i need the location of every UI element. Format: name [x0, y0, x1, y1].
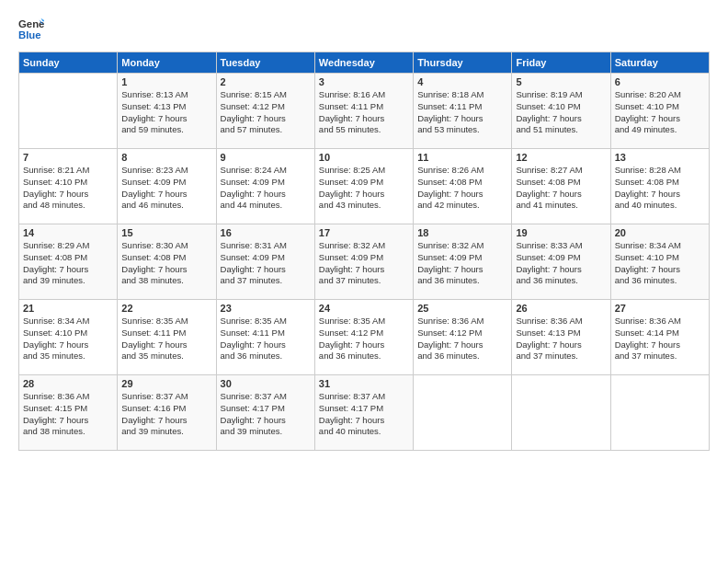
day-number: 14	[23, 227, 113, 238]
day-number: 24	[319, 303, 409, 314]
calendar-cell: 4Sunrise: 8:18 AM Sunset: 4:11 PM Daylig…	[414, 74, 512, 149]
calendar-cell: 6Sunrise: 8:20 AM Sunset: 4:10 PM Daylig…	[610, 74, 709, 149]
day-number: 27	[615, 303, 705, 314]
calendar-cell: 30Sunrise: 8:37 AM Sunset: 4:17 PM Dayli…	[216, 375, 314, 451]
day-number: 7	[23, 152, 113, 163]
day-number: 10	[319, 152, 409, 163]
calendar-cell: 21Sunrise: 8:34 AM Sunset: 4:10 PM Dayli…	[19, 300, 118, 375]
day-number: 2	[221, 76, 311, 87]
calendar-week-row: 28Sunrise: 8:36 AM Sunset: 4:15 PM Dayli…	[19, 375, 710, 451]
day-info: Sunrise: 8:13 AM Sunset: 4:13 PM Dayligh…	[121, 89, 211, 136]
day-info: Sunrise: 8:37 AM Sunset: 4:17 PM Dayligh…	[319, 391, 409, 438]
header: General Blue	[18, 17, 710, 42]
calendar-cell: 24Sunrise: 8:35 AM Sunset: 4:12 PM Dayli…	[314, 300, 413, 375]
calendar-cell: 31Sunrise: 8:37 AM Sunset: 4:17 PM Dayli…	[314, 375, 413, 451]
day-number: 1	[121, 76, 211, 87]
weekday-header: Tuesday	[216, 52, 314, 74]
day-number: 23	[221, 303, 311, 314]
day-info: Sunrise: 8:16 AM Sunset: 4:11 PM Dayligh…	[319, 89, 409, 136]
calendar-cell	[512, 375, 610, 451]
calendar-cell: 5Sunrise: 8:19 AM Sunset: 4:10 PM Daylig…	[512, 74, 610, 149]
calendar-cell: 19Sunrise: 8:33 AM Sunset: 4:09 PM Dayli…	[512, 224, 610, 300]
calendar-cell: 11Sunrise: 8:26 AM Sunset: 4:08 PM Dayli…	[414, 149, 512, 224]
svg-text:General: General	[18, 18, 44, 29]
day-info: Sunrise: 8:35 AM Sunset: 4:11 PM Dayligh…	[121, 316, 211, 362]
day-number: 28	[23, 378, 113, 389]
calendar: SundayMondayTuesdayWednesdayThursdayFrid…	[18, 52, 710, 451]
day-number: 6	[615, 76, 705, 87]
day-number: 16	[221, 227, 311, 238]
calendar-cell: 15Sunrise: 8:30 AM Sunset: 4:08 PM Dayli…	[118, 224, 216, 300]
day-info: Sunrise: 8:19 AM Sunset: 4:10 PM Dayligh…	[516, 89, 606, 136]
calendar-week-row: 21Sunrise: 8:34 AM Sunset: 4:10 PM Dayli…	[19, 300, 710, 375]
day-number: 15	[121, 227, 211, 238]
day-number: 25	[417, 303, 507, 314]
day-info: Sunrise: 8:34 AM Sunset: 4:10 PM Dayligh…	[615, 240, 705, 287]
day-info: Sunrise: 8:33 AM Sunset: 4:09 PM Dayligh…	[516, 240, 606, 287]
calendar-cell: 26Sunrise: 8:36 AM Sunset: 4:13 PM Dayli…	[512, 300, 610, 375]
calendar-cell: 13Sunrise: 8:28 AM Sunset: 4:08 PM Dayli…	[610, 149, 709, 224]
day-number: 31	[319, 378, 409, 389]
logo: General Blue	[18, 17, 48, 42]
day-info: Sunrise: 8:15 AM Sunset: 4:12 PM Dayligh…	[221, 89, 311, 136]
day-info: Sunrise: 8:23 AM Sunset: 4:09 PM Dayligh…	[121, 165, 211, 212]
weekday-header: Saturday	[610, 52, 709, 74]
day-info: Sunrise: 8:20 AM Sunset: 4:10 PM Dayligh…	[615, 89, 705, 136]
calendar-cell: 12Sunrise: 8:27 AM Sunset: 4:08 PM Dayli…	[512, 149, 610, 224]
calendar-cell: 10Sunrise: 8:25 AM Sunset: 4:09 PM Dayli…	[314, 149, 413, 224]
day-number: 26	[516, 303, 606, 314]
day-number: 12	[516, 152, 606, 163]
weekday-header: Thursday	[414, 52, 512, 74]
day-number: 18	[417, 227, 507, 238]
day-info: Sunrise: 8:30 AM Sunset: 4:08 PM Dayligh…	[121, 240, 211, 287]
weekday-header: Sunday	[19, 52, 118, 74]
calendar-cell: 7Sunrise: 8:21 AM Sunset: 4:10 PM Daylig…	[19, 149, 118, 224]
day-info: Sunrise: 8:35 AM Sunset: 4:12 PM Dayligh…	[319, 316, 409, 362]
day-number: 8	[121, 152, 211, 163]
day-info: Sunrise: 8:36 AM Sunset: 4:14 PM Dayligh…	[615, 316, 705, 362]
logo-icon: General Blue	[18, 17, 44, 42]
day-number: 11	[417, 152, 507, 163]
day-info: Sunrise: 8:36 AM Sunset: 4:13 PM Dayligh…	[516, 316, 606, 362]
calendar-cell: 22Sunrise: 8:35 AM Sunset: 4:11 PM Dayli…	[118, 300, 216, 375]
calendar-cell: 29Sunrise: 8:37 AM Sunset: 4:16 PM Dayli…	[118, 375, 216, 451]
day-number: 21	[23, 303, 113, 314]
day-info: Sunrise: 8:32 AM Sunset: 4:09 PM Dayligh…	[417, 240, 507, 287]
day-info: Sunrise: 8:35 AM Sunset: 4:11 PM Dayligh…	[221, 316, 311, 362]
day-number: 9	[221, 152, 311, 163]
day-info: Sunrise: 8:31 AM Sunset: 4:09 PM Dayligh…	[221, 240, 311, 287]
calendar-cell: 16Sunrise: 8:31 AM Sunset: 4:09 PM Dayli…	[216, 224, 314, 300]
weekday-header: Friday	[512, 52, 610, 74]
day-number: 17	[319, 227, 409, 238]
day-info: Sunrise: 8:36 AM Sunset: 4:15 PM Dayligh…	[23, 391, 113, 438]
svg-text:Blue: Blue	[18, 29, 41, 40]
calendar-header-row: SundayMondayTuesdayWednesdayThursdayFrid…	[19, 52, 710, 74]
day-info: Sunrise: 8:29 AM Sunset: 4:08 PM Dayligh…	[23, 240, 113, 287]
day-number: 29	[121, 378, 211, 389]
calendar-cell	[19, 74, 118, 149]
day-number: 5	[516, 76, 606, 87]
calendar-cell: 1Sunrise: 8:13 AM Sunset: 4:13 PM Daylig…	[118, 74, 216, 149]
day-info: Sunrise: 8:26 AM Sunset: 4:08 PM Dayligh…	[417, 165, 507, 212]
calendar-week-row: 14Sunrise: 8:29 AM Sunset: 4:08 PM Dayli…	[19, 224, 710, 300]
weekday-header: Monday	[118, 52, 216, 74]
weekday-header: Wednesday	[314, 52, 413, 74]
calendar-cell: 28Sunrise: 8:36 AM Sunset: 4:15 PM Dayli…	[19, 375, 118, 451]
page: General Blue SundayMondayTuesdayWednesda…	[0, 0, 728, 563]
calendar-cell	[414, 375, 512, 451]
day-info: Sunrise: 8:21 AM Sunset: 4:10 PM Dayligh…	[23, 165, 113, 212]
calendar-cell: 14Sunrise: 8:29 AM Sunset: 4:08 PM Dayli…	[19, 224, 118, 300]
day-info: Sunrise: 8:25 AM Sunset: 4:09 PM Dayligh…	[319, 165, 409, 212]
day-number: 30	[221, 378, 311, 389]
day-info: Sunrise: 8:27 AM Sunset: 4:08 PM Dayligh…	[516, 165, 606, 212]
calendar-cell: 20Sunrise: 8:34 AM Sunset: 4:10 PM Dayli…	[610, 224, 709, 300]
calendar-cell: 23Sunrise: 8:35 AM Sunset: 4:11 PM Dayli…	[216, 300, 314, 375]
calendar-cell: 3Sunrise: 8:16 AM Sunset: 4:11 PM Daylig…	[314, 74, 413, 149]
calendar-cell: 27Sunrise: 8:36 AM Sunset: 4:14 PM Dayli…	[610, 300, 709, 375]
day-number: 22	[121, 303, 211, 314]
calendar-cell	[610, 375, 709, 451]
day-info: Sunrise: 8:36 AM Sunset: 4:12 PM Dayligh…	[417, 316, 507, 362]
day-info: Sunrise: 8:28 AM Sunset: 4:08 PM Dayligh…	[615, 165, 705, 212]
calendar-cell: 8Sunrise: 8:23 AM Sunset: 4:09 PM Daylig…	[118, 149, 216, 224]
day-number: 3	[319, 76, 409, 87]
